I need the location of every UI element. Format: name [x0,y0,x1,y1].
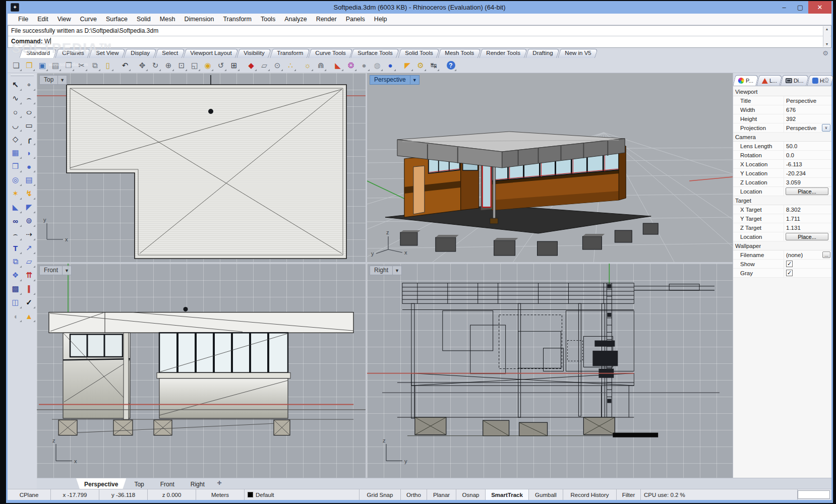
property-value[interactable]: 8.302 8.302 [784,205,831,214]
rotate-view-icon[interactable]: ↻ [149,59,161,72]
close-button[interactable]: ✕ [808,1,831,14]
toolbar-tab[interactable]: Viewport Layout [183,49,238,58]
dimension-icon[interactable]: ↹ [428,59,440,72]
point-tool-icon[interactable]: ∘ [23,78,36,91]
property-value[interactable] [784,260,831,268]
select-pointer-icon[interactable]: ↖ [9,78,22,91]
toolbar-tab[interactable]: Drafting [525,49,560,58]
front-view-drawing[interactable]: z x [37,264,366,478]
browse-button[interactable]: ... [822,251,830,258]
viewport-title-right[interactable]: Right ▼ [370,266,402,275]
rendered-sphere-icon[interactable]: ● [384,59,396,72]
fillet-curves-icon[interactable]: ⌢ [9,228,22,241]
solid-edit-icon[interactable]: ❖ [9,269,22,282]
place-button[interactable]: Place... [786,187,828,195]
cplane-icon[interactable]: ▱ [258,59,270,72]
property-value[interactable]: 0.0 0.0 [784,151,831,159]
render-cone-icon[interactable]: ◣ [332,59,344,72]
status-filter[interactable]: Filter [617,489,641,500]
toolbar-tab[interactable]: Mesh Tools [438,49,481,58]
menu-item[interactable]: Curve [76,15,101,24]
toolbar-tab[interactable]: Curve Tools [308,49,352,58]
extend-curve-icon[interactable]: ⇢ [23,228,36,241]
status-smarttrack[interactable]: SmartTrack [486,489,529,500]
status-layer[interactable]: Default [245,489,360,500]
place-button[interactable]: Place... [786,233,828,240]
color-wheel-icon[interactable]: ❂ [345,59,357,72]
viewport-title-top[interactable]: Top ▼ [39,75,67,85]
status-osnap[interactable]: Osnap [456,489,486,500]
zoom-target-icon[interactable]: ◉ [202,59,214,72]
toolbar-tab[interactable]: Transform [270,49,310,58]
ellipse-tool-icon[interactable]: ○ [23,105,36,118]
copy-icon[interactable]: ⧉ [89,59,101,72]
menu-item[interactable]: Analyze [280,15,311,24]
cut-icon[interactable]: ✂ [76,59,88,72]
add-viewport-tab-button[interactable]: ✚ [213,478,226,489]
menu-item[interactable]: View [53,15,76,24]
zoom-window-icon[interactable]: ⊡ [175,59,188,72]
property-value[interactable]: 1.711 1.711 [784,214,831,223]
panel-tab-layers[interactable]: L... [756,75,783,86]
menu-item[interactable]: Solid [132,15,155,24]
toolbar-tab[interactable]: Solid Tools [398,49,440,58]
page-tab-right[interactable]: Right [183,478,213,489]
chevron-down-icon[interactable]: ▼ [58,75,67,85]
page-tab-top[interactable]: Top [126,478,152,489]
viewport-perspective[interactable]: z y x Perspective ▼ [367,73,733,262]
property-value[interactable]: -20.234 -20.234 [784,169,831,177]
menu-item[interactable]: Help [370,15,392,24]
viewport-front[interactable]: z x Front ▼ [37,264,366,478]
extrude-icon[interactable]: ⇈ [23,269,36,282]
perspective-view-drawing[interactable]: z y x [367,73,733,262]
menu-item[interactable]: Surface [101,15,132,24]
help-icon[interactable]: ? [445,59,457,72]
rotate-tool-icon[interactable]: ▱ [23,255,36,268]
property-value[interactable]: Place... Place... [784,232,831,241]
chevron-down-icon[interactable]: ▼ [410,75,420,85]
status-record-history[interactable]: Record History [563,489,617,500]
paste-icon[interactable]: ▯ [102,59,114,72]
solid-sphere-icon[interactable]: ● [23,160,36,173]
menu-item[interactable]: Tools [256,15,280,24]
osnap-shapes-icon[interactable]: ∴ [284,59,296,72]
viewport-title-perspective[interactable]: Perspective ▼ [370,75,420,85]
property-value[interactable]: Perspective Perspective [784,96,831,105]
tab-options-gear-icon[interactable]: ⚙ [822,49,828,57]
solid-cylinder-icon[interactable]: ◎ [9,173,22,186]
property-value[interactable]: 392 392 [784,114,831,123]
command-scrollbar[interactable]: ▲ ▼ [823,26,830,47]
status-z[interactable]: z 0.000 [148,489,196,500]
arc3pt-tool-icon[interactable]: ◡ [9,119,22,132]
menu-item[interactable]: Dimension [180,15,218,24]
menu-item[interactable]: Panels [341,15,370,24]
status-cpu[interactable]: CPU use: 0.2 % [641,489,798,500]
arc-tool-icon[interactable]: ⌢ [23,92,36,105]
sidebar-grip[interactable] [11,75,34,76]
array-linear-icon[interactable]: ∥ [23,282,36,295]
status-extra[interactable] [798,490,830,499]
panel-tab-help[interactable]: H... [807,75,833,86]
toolbar-tab[interactable]: Standard [19,49,57,58]
property-value[interactable] [784,269,831,277]
copy-file-icon[interactable]: ❐ [63,59,75,72]
boolean-union-icon[interactable]: ∞ [9,214,22,227]
toolbar-tab[interactable]: Select [155,49,185,58]
pyramid-icon[interactable]: ▲ [23,309,36,323]
print-icon[interactable]: ▤ [49,59,62,72]
command-input[interactable]: Command: W [8,36,831,47]
copy-tool-icon[interactable]: ⧉ [9,255,22,268]
status-ortho[interactable]: Ortho [401,489,427,500]
toolbar-tab[interactable]: Set View [89,49,126,58]
zoom-selected-icon[interactable]: ◱ [189,59,201,72]
solid-box-icon[interactable]: ❒ [9,160,22,173]
circle-tool-icon[interactable]: ⊙ [271,59,283,72]
curve-tool-icon[interactable]: ∿ [9,92,22,105]
property-value[interactable]: 1.131 1.131 [784,223,831,232]
property-value[interactable]: -6.113 -6.113 [784,160,831,168]
right-view-drawing[interactable]: z y [367,264,733,478]
spotlight-icon[interactable]: ◤ [401,59,413,72]
circle-tool-icon[interactable]: ○ [9,105,22,118]
explode-icon[interactable]: ✶ [9,187,22,200]
scroll-up-icon[interactable]: ▲ [825,26,829,32]
